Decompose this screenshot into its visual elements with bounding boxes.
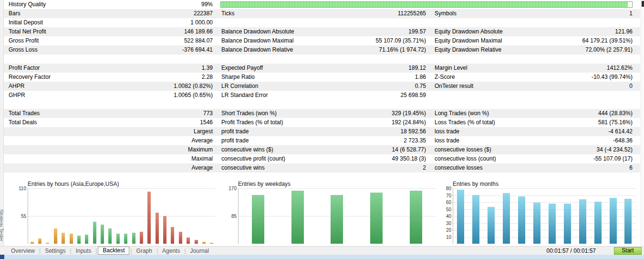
stat-label: Ticks [218, 9, 235, 18]
stat-cell: Total Deals1546 [4, 118, 218, 127]
stat-label: AHPR [4, 82, 24, 91]
stats-row: Gross Profit522 884.07Balance Drawdown M… [4, 36, 640, 45]
bar [594, 202, 602, 244]
stat-cell: loss trade-648.36 [431, 136, 640, 145]
history-quality-bar [220, 1, 633, 8]
stat-cell: GHPR1.0065 (0.65%) [4, 91, 218, 100]
tester-tab-bar: Overview|Settings|Inputs|Backtest|Graph|… [0, 246, 644, 255]
stat-label [4, 136, 9, 145]
bar [108, 228, 112, 244]
stat-value: -376 694.41 [182, 45, 218, 54]
bar [610, 198, 617, 244]
bar [38, 238, 42, 244]
stat-cell: History Quality99% [4, 0, 218, 9]
stat-cell: Largest [4, 127, 218, 136]
stat-label: profit trade [218, 136, 249, 145]
stats-row: Initial Deposit1 000.00 [4, 18, 640, 27]
stat-cell: Equity Drawdown Maximal64 179.21 (39.51%… [431, 36, 640, 45]
stat-label: Expected Payoff [218, 64, 263, 73]
stat-value: 146 189.66 [184, 27, 218, 36]
stat-value: 0.75 [415, 82, 431, 91]
bar [179, 232, 182, 244]
y-tick-label: 60 [446, 200, 451, 205]
stat-value: 99% [201, 0, 218, 9]
stat-label: LR Standard Error [218, 91, 268, 100]
stat-cell: Maximal [4, 154, 218, 163]
stat-cell: OnTester result0 [431, 82, 640, 91]
stat-value: Maximal [191, 154, 218, 163]
stat-cell: Balance Drawdown Relative71.16% (1 974.7… [218, 45, 431, 54]
bar [564, 204, 571, 244]
panel-left-edge: Strategy Tester [0, 0, 4, 255]
stat-value: 121.96 [615, 27, 640, 36]
tab-journal[interactable]: Journal [186, 248, 213, 254]
entries-by-months-chart: Entries by months 8070605040302010 [436, 181, 636, 246]
stats-row: Largestprofit trade18 592.56loss trade-4… [4, 127, 640, 136]
stat-cell: consecutive profit (count)49 350.18 (3) [218, 154, 431, 163]
strategy-tester-vertical-label[interactable]: Strategy Tester [0, 209, 4, 241]
tab-backtest[interactable]: Backtest [98, 247, 129, 255]
stat-cell: Total Trades773 [4, 109, 218, 118]
stats-row: AHPR1.0082 (0.82%)LR Correlation0.75OnTe… [4, 82, 640, 91]
stat-cell: LR Correlation0.75 [218, 82, 431, 91]
tab-separator: | [95, 248, 97, 254]
stat-value: 1.0065 (0.65%) [174, 91, 218, 100]
y-tick-label: 170 [229, 186, 237, 191]
stat-cell: Equity Drawdown Absolute121.96 [431, 27, 640, 36]
tab-overview[interactable]: Overview [7, 248, 39, 254]
stat-label: Balance Drawdown Maximal [218, 36, 293, 45]
stat-label: Total Deals [4, 118, 37, 127]
bar [187, 237, 190, 244]
vertical-scrollbar[interactable] [641, 0, 644, 246]
stat-cell [218, 18, 431, 27]
stat-cell: Loss Trades (% of total)581 (75.16%) [431, 118, 640, 127]
stat-value: 1 000.00 [190, 18, 218, 27]
chart-title: Entries by weekdays [238, 181, 436, 188]
stats-row: Total Trades773Short Trades (won %)329 (… [4, 109, 640, 118]
stat-cell [431, 18, 640, 27]
stat-label: History Quality [4, 0, 46, 9]
bar [46, 243, 49, 244]
tab-settings[interactable]: Settings [41, 248, 70, 254]
bar [93, 222, 96, 244]
stats-spacer-row [4, 100, 640, 109]
stats-row: Profit Factor1.39Expected Payoff189.12Ma… [4, 64, 640, 73]
bar [132, 233, 135, 244]
stat-label: consecutive profit (count) [218, 154, 285, 163]
stat-label: Symbols [431, 9, 457, 18]
window-corner [0, 255, 4, 259]
stat-cell: Gross Profit522 884.07 [4, 36, 218, 45]
stat-value: 2 723.35 [404, 136, 431, 145]
bars-group [453, 188, 636, 244]
tab-graph[interactable]: Graph [132, 248, 156, 254]
stat-label: consecutive losses [431, 163, 483, 173]
stat-cell: Bars222387 [4, 9, 218, 18]
stat-label: Balance Drawdown Absolute [218, 27, 294, 36]
entries-by-hours-chart: Entries by hours (Asia,Europe,USA) 11055 [10, 181, 216, 246]
bar [116, 234, 120, 244]
start-button[interactable]: Start [614, 247, 642, 255]
stat-cell: Symbols1 [431, 9, 640, 18]
tab-agents[interactable]: Agents [158, 248, 184, 254]
scrollbar-thumb[interactable] [642, 1, 644, 7]
bar [171, 227, 174, 244]
stat-label: Long Trades (won %) [431, 109, 489, 118]
bar [163, 216, 166, 244]
bar [202, 242, 206, 244]
bar [140, 232, 143, 244]
bar [70, 234, 73, 244]
stat-value: 55 107.09 (35.71%) [376, 36, 431, 45]
tab-inputs[interactable]: Inputs [72, 248, 96, 254]
stat-value: 49 350.18 (3) [392, 154, 431, 163]
stat-cell: LR Standard Error25 698.59 [218, 91, 431, 100]
stat-value: -4 614.42 [608, 127, 640, 136]
stat-value: 6 [629, 163, 640, 173]
stat-label: loss trade [431, 127, 459, 136]
bar [124, 234, 127, 244]
stat-cell: Short Trades (won %)329 (19.45%) [218, 109, 431, 118]
backtest-stats-table: History Quality99%Bars222387Ticks1122552… [4, 0, 640, 173]
stat-label: Z-Score [431, 73, 455, 82]
bar [147, 192, 151, 244]
stat-value: 2.28 [202, 73, 218, 82]
stat-label: Total Net Profit [4, 27, 46, 36]
